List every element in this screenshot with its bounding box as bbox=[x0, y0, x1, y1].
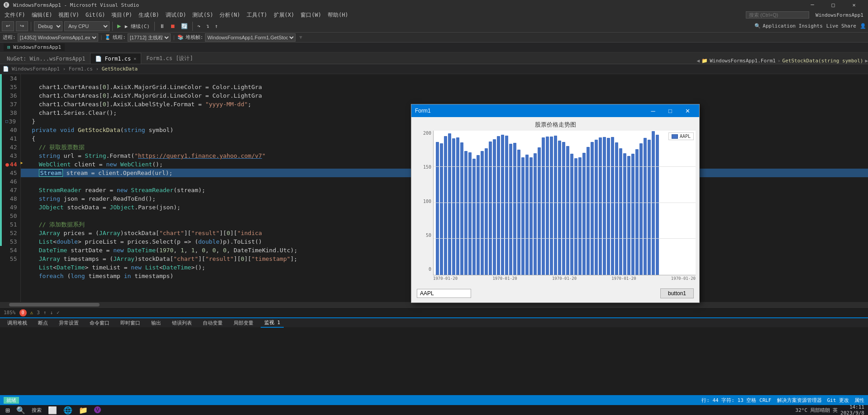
debug-tab-callstack[interactable]: 调用堆栈 bbox=[4, 318, 31, 328]
tab-form1cs-close[interactable]: ✕ bbox=[134, 56, 136, 61]
menu-file[interactable]: 文件(F) bbox=[2, 10, 28, 20]
vs-app-title: WindowsFormsApp1 bbox=[813, 11, 866, 19]
app-insights-btn[interactable]: 🔍 Application Insights bbox=[754, 23, 822, 29]
menu-git[interactable]: Git(G) bbox=[83, 11, 108, 19]
thread-select[interactable]: [17712] 主线程 bbox=[128, 33, 171, 42]
taskbar-search-label[interactable]: 搜索 bbox=[30, 407, 43, 414]
nav-down-icon[interactable]: ↓ bbox=[50, 310, 53, 316]
nav-sep: › bbox=[777, 58, 781, 64]
ticker-input[interactable] bbox=[417, 289, 471, 298]
menu-help[interactable]: 帮助(H) bbox=[325, 10, 351, 20]
tab-form1design[interactable]: Form1.cs [设计] bbox=[141, 53, 198, 64]
stack-select[interactable]: WindowsFormsApp1.Form1.GetStockD... bbox=[205, 33, 296, 42]
git-changes-link[interactable]: Git 更改 bbox=[827, 397, 849, 404]
menu-tools[interactable]: 工具(T) bbox=[244, 10, 270, 20]
form1-maximize-btn[interactable]: □ bbox=[662, 106, 678, 116]
debug-tab-errorlist[interactable]: 错误列表 bbox=[168, 318, 196, 328]
grid-line-100 bbox=[434, 203, 696, 203]
stop-icon[interactable]: ⏹ bbox=[168, 22, 177, 30]
debug-tab-immediate[interactable]: 即时窗口 bbox=[117, 318, 144, 328]
debug-tab-command[interactable]: 命令窗口 bbox=[86, 318, 113, 328]
tab-nuget[interactable]: NuGet: Win...wsFormsApp1 bbox=[2, 53, 90, 64]
pause-icon[interactable]: ⏸ bbox=[157, 22, 167, 30]
status-bar: 就绪 行: 44 字符: 13 空格 CRLF 解决方案资源管理器 Git 更改… bbox=[0, 395, 868, 405]
start-btn[interactable]: ⊞ bbox=[4, 406, 12, 415]
weather-label: 局部晴朗 bbox=[810, 407, 830, 414]
platform-select[interactable]: Any CPU bbox=[64, 21, 110, 31]
explorer-icon[interactable]: 📁 bbox=[77, 406, 90, 415]
debug-tab-watch[interactable]: 监视 1 bbox=[261, 318, 284, 328]
taskview-btn[interactable]: ⬜ bbox=[46, 406, 59, 415]
chart-bar-47 bbox=[627, 156, 630, 275]
chart-bar-0 bbox=[436, 142, 439, 275]
debug-tab-exceptions[interactable]: 异常设置 bbox=[55, 318, 82, 328]
menu-project[interactable]: 项目(P) bbox=[109, 10, 135, 20]
form1-close-btn[interactable]: ✕ bbox=[679, 106, 696, 116]
ready-status: 就绪 bbox=[4, 397, 19, 404]
menu-edit[interactable]: 编辑(E) bbox=[29, 10, 55, 20]
chart-bar-22 bbox=[525, 155, 529, 275]
step-over-icon[interactable]: ↷ bbox=[196, 22, 202, 30]
step-into-icon[interactable]: ↴ bbox=[204, 22, 211, 30]
menu-window[interactable]: 窗口(W) bbox=[298, 10, 324, 20]
menu-extensions[interactable]: 扩展(X) bbox=[271, 10, 297, 20]
process-select[interactable]: [14352] WindowsFormsApp1.ex bbox=[18, 33, 98, 42]
nav-arrow-left[interactable]: ◀ bbox=[697, 58, 700, 64]
menu-analyze[interactable]: 分析(N) bbox=[217, 10, 243, 20]
solution-explorer-link[interactable]: 解决方案资源管理器 bbox=[777, 397, 822, 404]
x-label-4: 1970-01-20 bbox=[611, 276, 636, 281]
chart-bar-50 bbox=[639, 143, 643, 275]
close-btn[interactable]: ✕ bbox=[844, 0, 864, 10]
warning-icon: ⚠ bbox=[30, 310, 33, 316]
main-toolbar: ↩ ↪ Debug Any CPU ▶ ▶ 继续(C) ⏸ ⏹ 🔄 ↷ ↴ ↑ … bbox=[0, 20, 868, 33]
chart-bar-38 bbox=[591, 142, 594, 275]
debug-config-select[interactable]: Debug bbox=[34, 21, 62, 31]
debug-tab-locals[interactable]: 局部变量 bbox=[230, 318, 257, 328]
run-button[interactable]: ▶ ▶ 继续(C) bbox=[115, 22, 152, 30]
breadcrumb-icon: 📄 bbox=[3, 66, 9, 72]
tab-form1cs[interactable]: 📄 Form1.cs ✕ bbox=[90, 53, 141, 64]
chart-bar-4 bbox=[452, 138, 455, 275]
tab-form1cs-label: Form1.cs bbox=[105, 56, 131, 62]
menu-build[interactable]: 生成(B) bbox=[136, 10, 162, 20]
maximize-btn[interactable]: □ bbox=[823, 0, 844, 10]
user-icon[interactable]: 👤 bbox=[860, 23, 866, 29]
debug-tab-auto[interactable]: 自动变量 bbox=[199, 318, 226, 328]
redo-btn[interactable]: ↪ bbox=[16, 21, 28, 31]
legend-label-aapl: AAPL bbox=[680, 134, 691, 139]
separator-1 bbox=[31, 22, 31, 31]
step-out-icon[interactable]: ↑ bbox=[213, 22, 219, 30]
properties-link[interactable]: 属性 bbox=[854, 397, 864, 404]
taskbar-system-icons: 32°C 局部晴朗 英 14:11 2023/9/8 bbox=[796, 404, 864, 415]
x-label-3: 1970-01-20 bbox=[552, 276, 577, 281]
project-tab[interactable]: ⊞ WindowsFormsApp1 bbox=[4, 43, 65, 51]
h-scrollbar-thumb[interactable] bbox=[9, 303, 100, 307]
vs-taskbar-icon[interactable]: 🅥 bbox=[92, 406, 103, 415]
menu-debug[interactable]: 调试(D) bbox=[163, 10, 189, 20]
editor-position: 行: 44 字符: 13 空格 CRLF bbox=[701, 397, 771, 404]
form1-minimize-btn[interactable]: ─ bbox=[645, 106, 661, 116]
live-share-btn[interactable]: Live Share bbox=[826, 23, 856, 29]
minimize-btn[interactable]: ─ bbox=[802, 0, 823, 10]
chart-bar-18 bbox=[509, 144, 512, 275]
collapse-icon-39[interactable]: □ bbox=[5, 117, 8, 126]
chart-bar-5 bbox=[456, 137, 459, 275]
editor-nav: ◀ 📁 WindowsFormsApp1.Form1 › GetStockDat… bbox=[697, 58, 868, 64]
undo-btn[interactable]: ↩ bbox=[2, 21, 14, 31]
edge-icon[interactable]: 🌐 bbox=[62, 406, 74, 415]
warning-count: 3 bbox=[37, 310, 40, 316]
menu-test[interactable]: 测试(S) bbox=[190, 10, 216, 20]
nav-arrow-right[interactable]: ▶ bbox=[865, 58, 868, 64]
debug-tab-breakpoints[interactable]: 断点 bbox=[34, 318, 52, 328]
nav-up-icon[interactable]: ↑ bbox=[43, 310, 47, 316]
main-editor-area: 📄 WindowsFormsApp1 › Form1.cs › GetStock… bbox=[0, 64, 868, 317]
process-label: 进程: bbox=[3, 34, 16, 41]
error-count: 0 bbox=[19, 309, 27, 316]
form1-action-button[interactable]: button1 bbox=[660, 288, 694, 298]
restart-icon[interactable]: 🔄 bbox=[179, 22, 190, 30]
chart-bar-23 bbox=[529, 157, 533, 275]
debug-tab-output[interactable]: 输出 bbox=[148, 318, 165, 328]
menu-search-input[interactable] bbox=[746, 11, 809, 19]
search-taskbar-btn[interactable]: 🔍 bbox=[14, 406, 27, 415]
menu-view[interactable]: 视图(V) bbox=[56, 10, 82, 20]
